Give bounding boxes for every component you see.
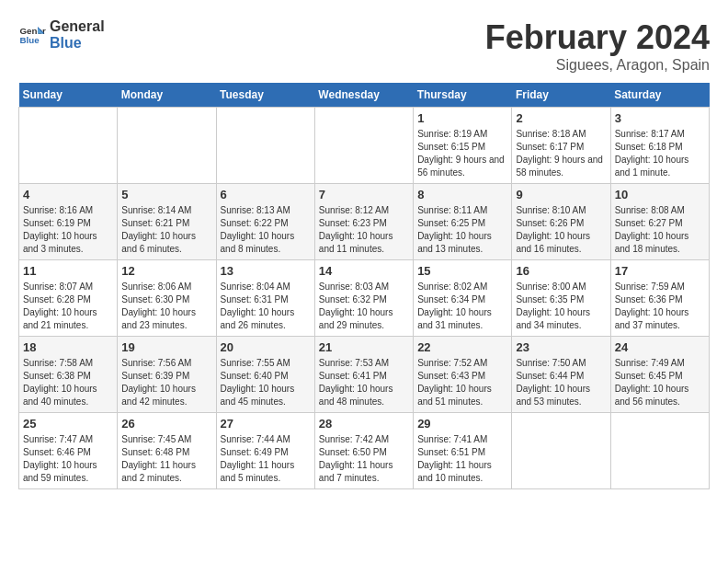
calendar-cell: 23Sunrise: 7:50 AMSunset: 6:44 PMDayligh… — [512, 337, 610, 413]
day-number: 3 — [615, 111, 705, 125]
calendar-week-3: 11Sunrise: 8:07 AMSunset: 6:28 PMDayligh… — [19, 260, 710, 337]
logo: General Blue General Blue — [18, 18, 105, 51]
calendar-cell: 19Sunrise: 7:56 AMSunset: 6:39 PMDayligh… — [118, 337, 216, 413]
calendar-cell: 10Sunrise: 8:08 AMSunset: 6:27 PMDayligh… — [610, 184, 709, 260]
day-number: 13 — [221, 264, 311, 278]
day-info: Sunrise: 7:53 AMSunset: 6:41 PMDaylight:… — [319, 357, 409, 408]
page-subtitle: Siguees, Aragon, Spain — [485, 57, 710, 74]
day-number: 20 — [221, 340, 311, 354]
day-number: 27 — [221, 417, 311, 431]
calendar-cell: 13Sunrise: 8:04 AMSunset: 6:31 PMDayligh… — [216, 260, 314, 337]
header-monday: Monday — [118, 83, 216, 108]
calendar-week-4: 18Sunrise: 7:58 AMSunset: 6:38 PMDayligh… — [19, 337, 710, 413]
day-info: Sunrise: 7:41 AMSunset: 6:51 PMDaylight:… — [417, 433, 507, 485]
calendar-cell: 24Sunrise: 7:49 AMSunset: 6:45 PMDayligh… — [610, 337, 709, 413]
logo-general: General — [50, 18, 105, 35]
day-number: 4 — [23, 188, 113, 201]
calendar-cell: 5Sunrise: 8:14 AMSunset: 6:21 PMDaylight… — [118, 184, 216, 260]
svg-text:General: General — [20, 25, 47, 35]
calendar-cell: 6Sunrise: 8:13 AMSunset: 6:22 PMDaylight… — [216, 184, 314, 260]
calendar-cell: 8Sunrise: 8:11 AMSunset: 6:25 PMDaylight… — [414, 184, 512, 260]
calendar-cell: 29Sunrise: 7:41 AMSunset: 6:51 PMDayligh… — [414, 413, 512, 489]
day-number: 28 — [319, 417, 409, 431]
day-info: Sunrise: 8:10 AMSunset: 6:26 PMDaylight:… — [516, 204, 606, 256]
calendar-week-2: 4Sunrise: 8:16 AMSunset: 6:19 PMDaylight… — [19, 184, 710, 260]
day-info: Sunrise: 7:56 AMSunset: 6:39 PMDaylight:… — [121, 357, 211, 408]
calendar-cell — [19, 108, 118, 184]
day-info: Sunrise: 7:44 AMSunset: 6:49 PMDaylight:… — [221, 433, 311, 485]
day-number: 2 — [516, 111, 606, 125]
header-thursday: Thursday — [414, 83, 512, 108]
day-number: 12 — [121, 264, 211, 278]
day-info: Sunrise: 8:16 AMSunset: 6:19 PMDaylight:… — [23, 204, 113, 256]
day-info: Sunrise: 7:55 AMSunset: 6:40 PMDaylight:… — [221, 357, 311, 408]
calendar-cell: 22Sunrise: 7:52 AMSunset: 6:43 PMDayligh… — [414, 337, 512, 413]
day-number: 5 — [121, 188, 211, 201]
header-sunday: Sunday — [19, 83, 118, 108]
day-number: 24 — [615, 340, 705, 354]
day-info: Sunrise: 7:47 AMSunset: 6:46 PMDaylight:… — [23, 433, 113, 485]
day-number: 29 — [417, 417, 507, 431]
calendar-cell: 4Sunrise: 8:16 AMSunset: 6:19 PMDaylight… — [19, 184, 118, 260]
calendar-week-1: 1Sunrise: 8:19 AMSunset: 6:15 PMDaylight… — [19, 108, 710, 184]
header: General Blue General Blue February 2024 … — [18, 18, 710, 74]
logo-icon: General Blue — [18, 21, 46, 49]
calendar-cell: 17Sunrise: 7:59 AMSunset: 6:36 PMDayligh… — [610, 260, 709, 337]
day-number: 17 — [615, 264, 705, 278]
day-info: Sunrise: 8:11 AMSunset: 6:25 PMDaylight:… — [417, 204, 507, 256]
day-number: 25 — [23, 417, 113, 431]
day-info: Sunrise: 8:06 AMSunset: 6:30 PMDaylight:… — [121, 281, 211, 332]
header-tuesday: Tuesday — [216, 83, 314, 108]
day-number: 9 — [516, 188, 606, 201]
day-number: 18 — [23, 340, 113, 354]
day-info: Sunrise: 7:52 AMSunset: 6:43 PMDaylight:… — [417, 357, 507, 408]
day-info: Sunrise: 7:45 AMSunset: 6:48 PMDaylight:… — [121, 433, 211, 485]
calendar-cell: 3Sunrise: 8:17 AMSunset: 6:18 PMDaylight… — [610, 108, 709, 184]
day-number: 16 — [516, 264, 606, 278]
day-number: 19 — [121, 340, 211, 354]
calendar-cell: 27Sunrise: 7:44 AMSunset: 6:49 PMDayligh… — [216, 413, 314, 489]
header-wednesday: Wednesday — [314, 83, 413, 108]
calendar-cell: 1Sunrise: 8:19 AMSunset: 6:15 PMDaylight… — [414, 108, 512, 184]
day-info: Sunrise: 7:42 AMSunset: 6:50 PMDaylight:… — [319, 433, 409, 485]
calendar-header-row: SundayMondayTuesdayWednesdayThursdayFrid… — [19, 83, 710, 108]
calendar-cell: 7Sunrise: 8:12 AMSunset: 6:23 PMDaylight… — [314, 184, 413, 260]
calendar-cell: 15Sunrise: 8:02 AMSunset: 6:34 PMDayligh… — [414, 260, 512, 337]
day-info: Sunrise: 7:49 AMSunset: 6:45 PMDaylight:… — [615, 357, 705, 408]
calendar-cell — [314, 108, 413, 184]
calendar-cell — [512, 413, 610, 489]
day-number: 11 — [23, 264, 113, 278]
calendar-cell — [610, 413, 709, 489]
calendar-cell: 12Sunrise: 8:06 AMSunset: 6:30 PMDayligh… — [118, 260, 216, 337]
day-number: 21 — [319, 340, 409, 354]
header-friday: Friday — [512, 83, 610, 108]
svg-text:Blue: Blue — [20, 35, 40, 45]
calendar-cell: 14Sunrise: 8:03 AMSunset: 6:32 PMDayligh… — [314, 260, 413, 337]
day-info: Sunrise: 8:00 AMSunset: 6:35 PMDaylight:… — [516, 281, 606, 332]
calendar-week-5: 25Sunrise: 7:47 AMSunset: 6:46 PMDayligh… — [19, 413, 710, 489]
day-number: 14 — [319, 264, 409, 278]
day-number: 26 — [121, 417, 211, 431]
day-info: Sunrise: 8:13 AMSunset: 6:22 PMDaylight:… — [221, 204, 311, 256]
calendar-cell: 2Sunrise: 8:18 AMSunset: 6:17 PMDaylight… — [512, 108, 610, 184]
calendar-cell: 28Sunrise: 7:42 AMSunset: 6:50 PMDayligh… — [314, 413, 413, 489]
day-number: 8 — [417, 188, 507, 201]
day-number: 7 — [319, 188, 409, 201]
day-info: Sunrise: 8:19 AMSunset: 6:15 PMDaylight:… — [417, 128, 507, 179]
day-number: 15 — [417, 264, 507, 278]
page-title: February 2024 — [485, 18, 710, 57]
day-number: 1 — [417, 111, 507, 125]
logo-blue: Blue — [50, 35, 105, 52]
calendar-cell: 20Sunrise: 7:55 AMSunset: 6:40 PMDayligh… — [216, 337, 314, 413]
calendar-cell — [118, 108, 216, 184]
day-number: 10 — [615, 188, 705, 201]
calendar-cell: 9Sunrise: 8:10 AMSunset: 6:26 PMDaylight… — [512, 184, 610, 260]
calendar-cell: 18Sunrise: 7:58 AMSunset: 6:38 PMDayligh… — [19, 337, 118, 413]
title-section: February 2024 Siguees, Aragon, Spain — [485, 18, 710, 74]
calendar-table: SundayMondayTuesdayWednesdayThursdayFrid… — [18, 83, 710, 489]
calendar-cell: 11Sunrise: 8:07 AMSunset: 6:28 PMDayligh… — [19, 260, 118, 337]
calendar-cell: 16Sunrise: 8:00 AMSunset: 6:35 PMDayligh… — [512, 260, 610, 337]
day-info: Sunrise: 8:03 AMSunset: 6:32 PMDaylight:… — [319, 281, 409, 332]
calendar-cell: 25Sunrise: 7:47 AMSunset: 6:46 PMDayligh… — [19, 413, 118, 489]
calendar-cell: 21Sunrise: 7:53 AMSunset: 6:41 PMDayligh… — [314, 337, 413, 413]
